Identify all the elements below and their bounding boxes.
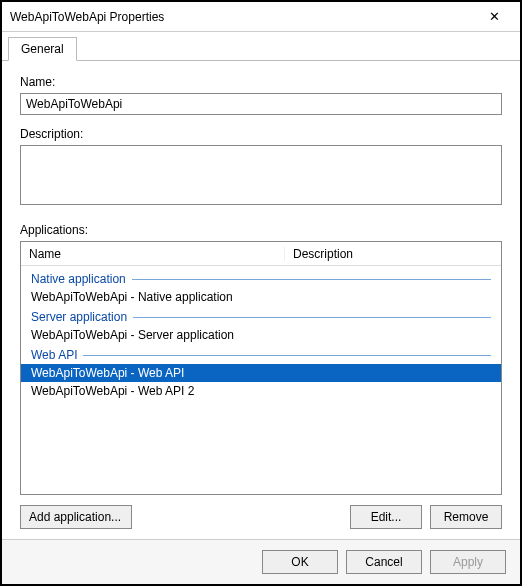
close-icon[interactable]: ✕ <box>476 9 512 24</box>
window-title: WebApiToWebApi Properties <box>10 10 476 24</box>
remove-button[interactable]: Remove <box>430 505 502 529</box>
app-group-header[interactable]: Server application <box>21 306 501 326</box>
description-input[interactable] <box>20 145 502 205</box>
ok-button[interactable]: OK <box>262 550 338 574</box>
add-application-button[interactable]: Add application... <box>20 505 132 529</box>
dialog-footer: OK Cancel Apply <box>2 539 520 584</box>
applications-button-row: Add application... Edit... Remove <box>20 505 502 529</box>
applications-label: Applications: <box>20 223 502 237</box>
app-row[interactable]: WebApiToWebApi - Native application <box>21 288 501 306</box>
app-group-header[interactable]: Web API <box>21 344 501 364</box>
app-group-title: Server application <box>31 310 127 324</box>
tab-content-general: Name: Description: Applications: Name De… <box>2 61 520 539</box>
divider <box>133 317 491 318</box>
titlebar: WebApiToWebApi Properties ✕ <box>2 2 520 32</box>
app-row[interactable]: WebApiToWebApi - Web API <box>21 364 501 382</box>
app-row[interactable]: WebApiToWebApi - Server application <box>21 326 501 344</box>
edit-button[interactable]: Edit... <box>350 505 422 529</box>
applications-list: Name Description Native applicationWebAp… <box>20 241 502 495</box>
tab-general[interactable]: General <box>8 37 77 61</box>
cancel-button[interactable]: Cancel <box>346 550 422 574</box>
apply-button[interactable]: Apply <box>430 550 506 574</box>
divider <box>132 279 491 280</box>
app-group-title: Web API <box>31 348 77 362</box>
divider <box>83 355 491 356</box>
properties-dialog: WebApiToWebApi Properties ✕ General Name… <box>0 0 522 586</box>
applications-header: Name Description <box>21 242 501 266</box>
app-group-header[interactable]: Native application <box>21 268 501 288</box>
name-input[interactable] <box>20 93 502 115</box>
col-header-description[interactable]: Description <box>285 247 501 261</box>
col-header-name[interactable]: Name <box>21 247 285 261</box>
applications-body[interactable]: Native applicationWebApiToWebApi - Nativ… <box>21 266 501 494</box>
description-label: Description: <box>20 127 502 141</box>
app-group-title: Native application <box>31 272 126 286</box>
app-row[interactable]: WebApiToWebApi - Web API 2 <box>21 382 501 400</box>
name-label: Name: <box>20 75 502 89</box>
tabstrip: General <box>2 32 520 61</box>
